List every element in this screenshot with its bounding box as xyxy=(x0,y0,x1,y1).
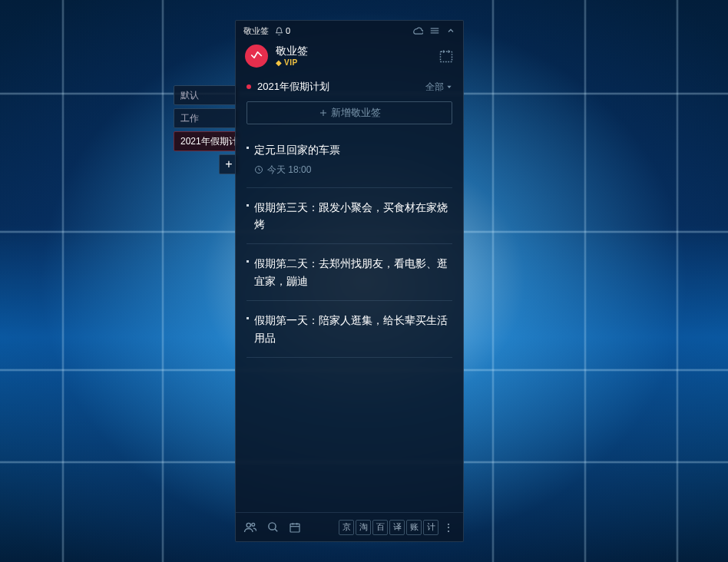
plus-icon xyxy=(319,108,328,117)
note-text: 假期第一天：陪家人逛集，给长辈买生活用品 xyxy=(247,312,452,346)
side-tab-work[interactable]: 工作 xyxy=(174,108,239,128)
bell-icon xyxy=(275,27,283,35)
svg-point-11 xyxy=(252,523,255,526)
side-tab-holiday-plan[interactable]: 2021年假期计划 xyxy=(174,131,239,151)
calendar-icon[interactable] xyxy=(438,48,454,64)
note-text: 假期第三天：跟发小聚会，买食材在家烧烤 xyxy=(247,199,452,233)
reminder-time: 今天 18:00 xyxy=(267,164,311,177)
category-side-tabs: 默认 工作 2021年假期计划 + xyxy=(174,85,239,174)
note-text: 定元旦回家的车票 xyxy=(247,141,452,158)
filter-dropdown[interactable]: 全部 xyxy=(425,81,452,94)
notification-count: 0 xyxy=(286,26,290,35)
chevron-down-icon xyxy=(446,84,452,90)
sync-icon[interactable] xyxy=(412,25,423,36)
mini-app-more[interactable]: ⋮ xyxy=(440,520,455,535)
notes-list[interactable]: 定元旦回家的车票 今天 18:00 假期第三天：跟发小聚会，买食材在家烧烤 假期… xyxy=(236,131,463,512)
note-item[interactable]: 假期第三天：跟发小聚会，买食材在家烧烤 xyxy=(247,188,452,245)
team-icon[interactable] xyxy=(243,521,257,534)
notification-bell[interactable]: 0 xyxy=(275,26,290,35)
logo-icon xyxy=(250,49,263,63)
svg-rect-14 xyxy=(290,524,299,532)
diamond-icon: ◆ xyxy=(276,58,282,68)
mini-app-translate[interactable]: 译 xyxy=(389,520,405,535)
clock-icon xyxy=(254,165,263,174)
vip-badge[interactable]: ◆ VIP xyxy=(276,58,431,68)
side-tab-default[interactable]: 默认 xyxy=(174,85,239,105)
category-color-dot xyxy=(247,84,251,89)
note-item[interactable]: 假期第二天：去郑州找朋友，看电影、逛宜家，蹦迪 xyxy=(247,244,452,301)
note-bullet xyxy=(247,317,249,319)
add-note-label: 新增敬业签 xyxy=(331,106,381,120)
mini-app-baidu[interactable]: 百 xyxy=(372,520,388,535)
category-row: 2021年假期计划 全部 xyxy=(236,75,463,98)
titlebar[interactable]: 敬业签 0 xyxy=(236,21,463,41)
calendar-small-icon[interactable] xyxy=(289,521,301,534)
menu-bars-icon[interactable] xyxy=(429,25,440,36)
category-name: 2021年假期计划 xyxy=(257,80,329,94)
mini-apps-tray: 京 淘 百 译 账 计 ⋮ xyxy=(339,520,455,535)
app-logo[interactable] xyxy=(245,45,268,68)
collapse-icon[interactable] xyxy=(446,26,455,35)
vip-label: VIP xyxy=(284,58,298,68)
note-bullet xyxy=(247,147,249,149)
svg-marker-6 xyxy=(447,86,451,88)
note-bullet xyxy=(247,204,249,207)
add-note-button[interactable]: 新增敬业签 xyxy=(247,101,452,124)
mini-app-account[interactable]: 账 xyxy=(406,520,422,535)
mini-app-jd[interactable]: 京 xyxy=(339,520,354,535)
note-bullet xyxy=(247,260,249,263)
mini-app-taobao[interactable]: 淘 xyxy=(356,520,371,535)
note-text: 假期第二天：去郑州找朋友，看电影、逛宜家，蹦迪 xyxy=(247,255,452,289)
filter-label: 全部 xyxy=(425,81,444,94)
svg-point-12 xyxy=(269,523,276,530)
bottom-toolbar: 京 淘 百 译 账 计 ⋮ xyxy=(236,512,463,541)
titlebar-app-title: 敬业签 xyxy=(243,25,269,37)
note-item[interactable]: 定元旦回家的车票 今天 18:00 xyxy=(247,131,452,187)
search-icon[interactable] xyxy=(266,521,280,534)
svg-rect-3 xyxy=(441,51,452,61)
mini-app-calc[interactable]: 计 xyxy=(423,520,438,535)
app-window: 敬业签 0 敬业签 ◆ VIP xyxy=(235,20,464,542)
svg-line-13 xyxy=(275,529,277,531)
note-reminder: 今天 18:00 xyxy=(247,164,452,177)
svg-point-10 xyxy=(247,523,250,527)
note-item[interactable]: 假期第一天：陪家人逛集，给长辈买生活用品 xyxy=(247,301,452,358)
app-header: 敬业签 ◆ VIP xyxy=(236,41,463,75)
header-app-name: 敬业签 xyxy=(276,44,431,58)
